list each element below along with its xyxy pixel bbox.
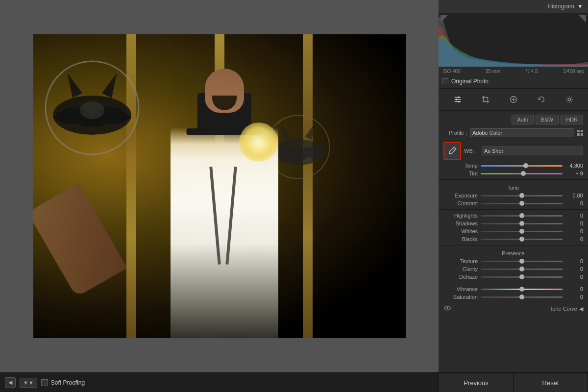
svg-marker-7 xyxy=(281,123,291,140)
vibrance-slider-thumb[interactable] xyxy=(519,287,524,292)
previous-button[interactable]: Previous xyxy=(439,373,514,392)
original-photo-row: Original Photo xyxy=(439,76,588,88)
temp-value: 4,300 xyxy=(565,163,583,169)
profile-label: Profile : xyxy=(443,130,467,136)
whites-slider-track[interactable] xyxy=(481,231,563,232)
window-line-right xyxy=(303,34,313,338)
exposure-label: Exposure xyxy=(443,193,478,198)
texture-slider-thumb[interactable] xyxy=(519,259,524,264)
photo-image xyxy=(33,34,406,338)
clarity-slider-thumb[interactable] xyxy=(519,267,524,271)
crop-icon[interactable] xyxy=(479,93,492,106)
reset-button[interactable]: Reset xyxy=(514,373,588,392)
clarity-slider-row: Clarity 0 xyxy=(439,265,588,273)
highlights-slider-track[interactable] xyxy=(481,215,563,217)
tint-value: + 9 xyxy=(565,171,583,176)
saturation-label: Saturation xyxy=(443,294,478,300)
focal-length: 35 mm xyxy=(486,69,501,74)
highlights-slider-row: Highlights 0 xyxy=(439,212,588,220)
svg-marker-2 xyxy=(68,74,82,98)
gear-settings-icon[interactable] xyxy=(563,93,576,106)
dehaze-value: 0 xyxy=(565,274,583,280)
shadows-slider-track[interactable] xyxy=(481,223,563,224)
bw-button[interactable]: B&W xyxy=(536,115,559,124)
dehaze-slider-track[interactable] xyxy=(481,276,563,278)
tone-section-label: Tone xyxy=(439,182,588,192)
saturation-slider-track[interactable] xyxy=(481,296,563,298)
shadows-slider-row: Shadows 0 xyxy=(439,220,588,227)
histogram-bars-svg xyxy=(439,13,588,67)
tone-curve-row[interactable]: Tone Curve ◀ xyxy=(439,301,588,316)
highlight-warning-left[interactable] xyxy=(441,15,448,23)
temp-slider-thumb[interactable] xyxy=(523,163,528,168)
eye-icon xyxy=(443,304,451,313)
develop-icon[interactable] xyxy=(451,93,465,106)
bottom-right-panel: Previous Reset xyxy=(439,373,588,392)
hdr-button[interactable]: HDR xyxy=(561,115,583,124)
exposure-value: 0.00 xyxy=(565,193,583,198)
dehaze-slider-thumb[interactable] xyxy=(519,274,524,279)
svg-point-18 xyxy=(568,98,570,100)
texture-slider-row: Texture 0 xyxy=(439,257,588,265)
beard xyxy=(212,96,237,110)
iso-value: ISO 400 xyxy=(442,69,461,74)
original-photo-checkbox[interactable] xyxy=(442,78,448,84)
histogram-meta: ISO 400 35 mm f / 4.5 1/400 sec xyxy=(439,67,588,76)
saturation-slider-row: Saturation 0 xyxy=(439,293,588,301)
develop-panel: Auto B&W HDR Profile : Adobe Color xyxy=(439,111,588,316)
tint-slider-track[interactable] xyxy=(481,173,563,174)
saturation-slider-thumb[interactable] xyxy=(519,294,524,299)
suspender-left xyxy=(209,167,220,265)
highlights-slider-thumb[interactable] xyxy=(519,213,524,218)
profile-browse-icon[interactable] xyxy=(577,130,583,136)
light-bulb xyxy=(239,122,278,162)
shadows-slider-thumb[interactable] xyxy=(519,221,524,226)
tone-curve-chevron: ◀ xyxy=(579,306,583,312)
exposure-slider-row: Exposure 0.00 xyxy=(439,192,588,199)
temp-slider-track[interactable] xyxy=(481,165,563,167)
rotate-icon[interactable] xyxy=(535,93,548,106)
svg-point-20 xyxy=(449,153,451,154)
histogram-section: Histogram ▼ ISO 400 xyxy=(439,0,588,88)
wb-select[interactable]: As Shot xyxy=(482,147,583,155)
clarity-slider-track[interactable] xyxy=(481,269,563,270)
histogram-canvas xyxy=(439,13,588,67)
heal-icon[interactable] xyxy=(507,93,520,106)
histogram-header: Histogram ▼ xyxy=(439,0,588,13)
blacks-slider-track[interactable] xyxy=(481,239,563,240)
whites-slider-thumb[interactable] xyxy=(519,229,524,234)
profile-select[interactable]: Adobe Color xyxy=(470,128,574,137)
texture-slider-track[interactable] xyxy=(481,261,563,262)
histogram-dropdown-icon[interactable]: ▼ xyxy=(577,3,583,10)
shadows-label: Shadows xyxy=(443,220,478,226)
exposure-slider-thumb[interactable] xyxy=(519,193,524,198)
whites-label: Whites xyxy=(443,228,478,234)
svg-point-22 xyxy=(446,307,448,309)
wb-label: WB : xyxy=(464,148,479,154)
nav-next-btn[interactable]: ▼▼ xyxy=(20,378,37,388)
contrast-label: Contrast xyxy=(443,200,478,206)
face xyxy=(205,69,244,113)
highlight-warning-right[interactable] xyxy=(578,15,586,23)
temp-slider-row: Temp 4,300 xyxy=(439,162,588,170)
nav-prev-btn[interactable]: ◀ xyxy=(5,377,16,388)
exposure-slider-track[interactable] xyxy=(481,195,563,196)
tint-slider-row: Tint + 9 xyxy=(439,170,588,177)
blacks-slider-thumb[interactable] xyxy=(519,237,524,242)
suspender-right xyxy=(225,167,237,265)
tint-slider-thumb[interactable] xyxy=(521,171,526,176)
vibrance-value: 0 xyxy=(565,286,583,292)
soft-proofing-label: Soft Proofing xyxy=(51,379,85,386)
vibrance-slider-track[interactable] xyxy=(481,289,563,290)
eyedropper-button[interactable] xyxy=(443,142,461,160)
right-panel: Histogram ▼ ISO 400 xyxy=(439,0,588,372)
original-photo-label: Original Photo xyxy=(451,78,489,85)
clarity-label: Clarity xyxy=(443,266,478,272)
svg-point-12 xyxy=(455,98,457,100)
auto-button[interactable]: Auto xyxy=(512,115,534,124)
contrast-slider-row: Contrast 0 xyxy=(439,199,588,207)
hand-gesture xyxy=(33,183,127,297)
soft-proofing-checkbox[interactable] xyxy=(41,379,48,386)
contrast-slider-thumb[interactable] xyxy=(519,201,524,206)
contrast-slider-track[interactable] xyxy=(481,203,563,204)
